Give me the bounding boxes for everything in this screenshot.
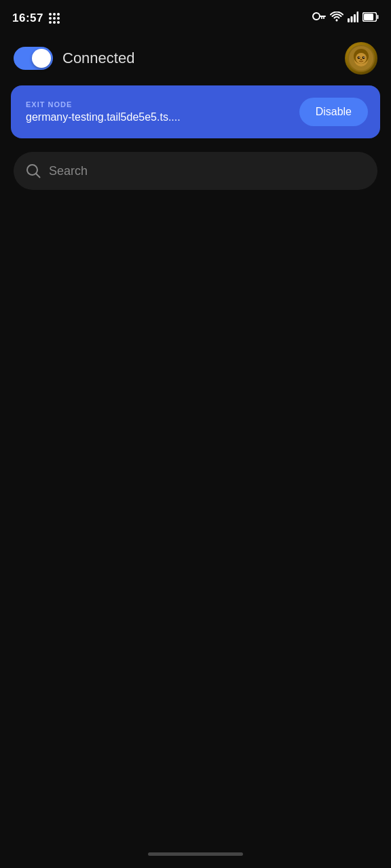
search-icon bbox=[26, 163, 41, 178]
vpn-toggle[interactable] bbox=[14, 47, 53, 70]
svg-point-19 bbox=[358, 57, 359, 58]
disable-button[interactable]: Disable bbox=[299, 98, 368, 126]
svg-point-4 bbox=[336, 20, 338, 22]
svg-point-21 bbox=[360, 59, 362, 60]
connection-status: Connected bbox=[62, 50, 134, 67]
svg-rect-11 bbox=[364, 14, 373, 20]
svg-point-0 bbox=[313, 13, 320, 20]
connection-left: Connected bbox=[14, 47, 134, 70]
status-icons bbox=[312, 12, 379, 25]
signal-icon bbox=[348, 12, 358, 25]
avatar-inner bbox=[345, 42, 377, 75]
status-time: 16:57 bbox=[12, 12, 43, 25]
status-bar: 16:57 bbox=[0, 0, 391, 34]
key-icon bbox=[312, 12, 326, 24]
svg-point-20 bbox=[363, 57, 364, 58]
avatar[interactable] bbox=[345, 42, 377, 75]
main-content: Connected bbox=[0, 34, 391, 190]
svg-point-22 bbox=[27, 165, 37, 175]
exit-node-label: EXIT NODE bbox=[26, 100, 299, 108]
svg-rect-5 bbox=[348, 18, 350, 22]
connection-row: Connected bbox=[11, 42, 380, 75]
svg-point-16 bbox=[356, 53, 367, 64]
dots-icon bbox=[49, 13, 60, 24]
svg-rect-6 bbox=[351, 16, 353, 22]
exit-node-info: EXIT NODE germany-testing.tail5de5e5.ts.… bbox=[26, 100, 299, 123]
toggle-knob bbox=[32, 49, 51, 68]
exit-node-card: EXIT NODE germany-testing.tail5de5e5.ts.… bbox=[11, 85, 380, 138]
svg-rect-1 bbox=[319, 16, 326, 17]
svg-rect-10 bbox=[377, 15, 379, 19]
svg-rect-8 bbox=[357, 12, 359, 22]
wifi-icon bbox=[330, 12, 343, 25]
svg-rect-2 bbox=[323, 17, 324, 19]
battery-icon bbox=[362, 12, 379, 24]
svg-rect-7 bbox=[354, 14, 356, 22]
home-indicator bbox=[148, 852, 243, 856]
search-input[interactable] bbox=[49, 164, 365, 178]
svg-point-17 bbox=[358, 56, 360, 59]
svg-point-18 bbox=[362, 56, 365, 59]
exit-node-value: germany-testing.tail5de5e5.ts.... bbox=[26, 111, 189, 123]
search-bar[interactable] bbox=[14, 152, 377, 190]
svg-rect-3 bbox=[321, 17, 322, 19]
